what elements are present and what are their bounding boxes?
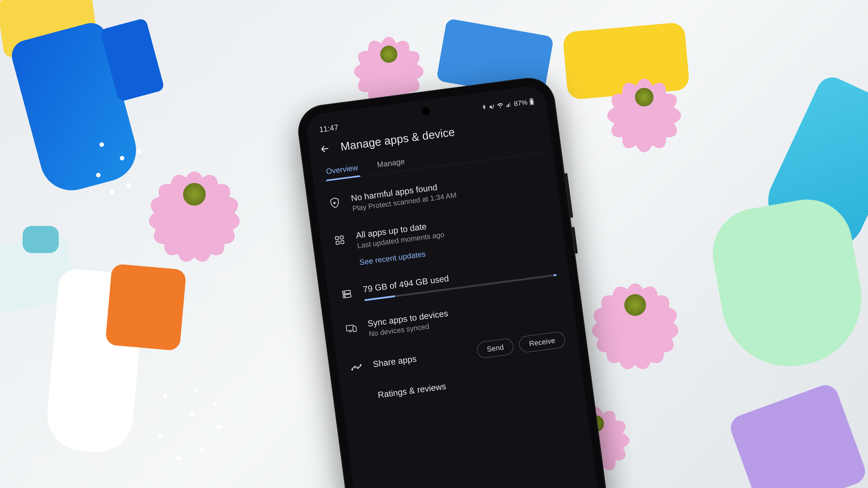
- content-list: No harmful apps found Play Protect scann…: [313, 151, 582, 404]
- storage-icon: [340, 288, 353, 301]
- svg-point-11: [344, 296, 345, 297]
- svg-point-15: [360, 364, 361, 366]
- receive-button[interactable]: Receive: [518, 331, 566, 353]
- phone-device: 11:47 87%: [295, 74, 616, 488]
- bg-sprayer-orange: [105, 263, 186, 351]
- apps-grid-icon: [333, 234, 346, 247]
- svg-rect-5: [340, 236, 343, 239]
- bg-flower-1: [147, 147, 242, 242]
- bg-flower-3: [606, 59, 683, 135]
- phone-power-button: [572, 227, 578, 254]
- back-button[interactable]: [318, 142, 331, 156]
- status-time: 11:47: [319, 123, 339, 134]
- phone-volume-button: [565, 173, 573, 218]
- see-recent-updates-link[interactable]: See recent updates: [359, 250, 426, 267]
- bg-babys-breath-2: [145, 384, 235, 475]
- battery-icon: [529, 98, 534, 105]
- bluetooth-icon: [481, 104, 487, 111]
- bg-babys-breath-1: [86, 135, 154, 203]
- share-apps-label: Share apps: [372, 347, 467, 369]
- svg-rect-6: [336, 241, 339, 245]
- arrow-back-icon: [319, 143, 331, 154]
- storage-progress-fill: [364, 295, 395, 301]
- bg-brush-handle: [23, 226, 59, 253]
- bg-flower-2: [352, 18, 425, 90]
- svg-line-0: [492, 105, 494, 109]
- svg-point-14: [351, 369, 353, 370]
- mute-icon: [489, 103, 495, 110]
- shield-icon: [328, 196, 341, 209]
- devices-icon: [345, 322, 358, 335]
- signal-icon: [505, 102, 512, 108]
- bg-squeegee-purple: [727, 381, 868, 488]
- storage-progress-dot: [553, 274, 557, 277]
- bg-flower-4: [590, 260, 680, 350]
- wifi-icon: [497, 103, 504, 109]
- svg-point-10: [344, 292, 345, 293]
- svg-rect-4: [335, 236, 339, 240]
- send-button[interactable]: Send: [476, 338, 515, 359]
- svg-rect-2: [530, 100, 533, 104]
- bg-glove-green: [706, 193, 868, 377]
- svg-rect-13: [352, 326, 356, 332]
- phone-screen: 11:47 87%: [305, 84, 607, 488]
- svg-rect-7: [341, 240, 344, 244]
- battery-percent: 87%: [513, 98, 528, 108]
- share-icon: [350, 361, 363, 374]
